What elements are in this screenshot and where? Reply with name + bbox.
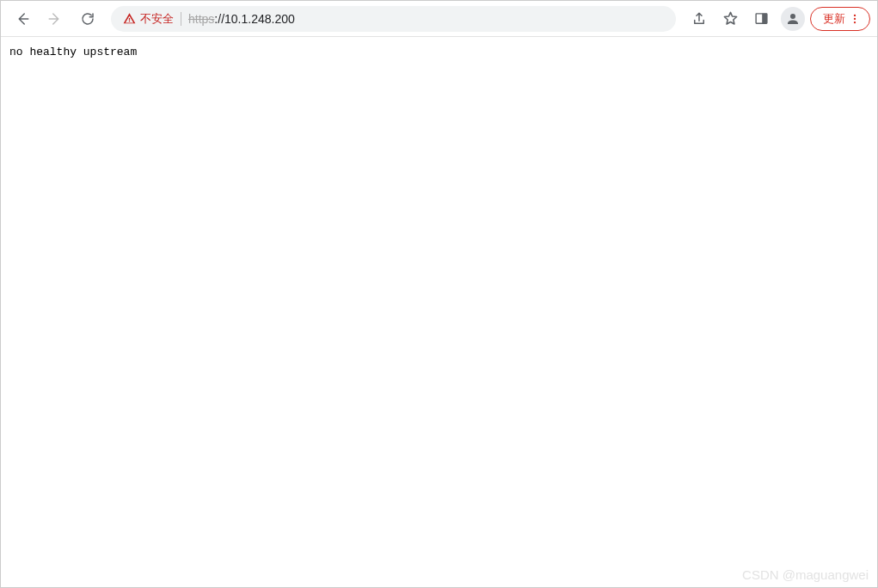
reload-button[interactable] (73, 4, 102, 34)
url-text: https://10.1.248.200 (188, 12, 295, 26)
omnibox-divider (181, 12, 181, 26)
share-icon (691, 11, 707, 27)
toolbar-right: 更新 (685, 4, 870, 34)
security-chip[interactable]: 不安全 (123, 11, 174, 27)
watermark: CSDN @maguangwei (742, 567, 869, 582)
address-bar[interactable]: 不安全 https://10.1.248.200 (111, 6, 676, 32)
share-button[interactable] (685, 4, 714, 34)
browser-toolbar: 不安全 https://10.1.248.200 更新 (1, 1, 877, 37)
svg-point-3 (854, 17, 856, 19)
svg-point-2 (854, 14, 856, 15)
url-protocol: https (188, 12, 214, 26)
update-button[interactable]: 更新 (810, 7, 870, 31)
profile-button[interactable] (781, 7, 805, 31)
svg-rect-1 (762, 14, 767, 23)
page-content: no healthy upstream (1, 37, 877, 67)
reload-icon (80, 11, 95, 27)
error-message: no healthy upstream (9, 46, 137, 58)
star-icon (722, 10, 739, 27)
reading-list-button[interactable] (746, 4, 776, 34)
more-vert-icon (849, 13, 861, 25)
warning-triangle-icon (123, 12, 136, 25)
update-label: 更新 (823, 11, 845, 27)
back-button[interactable] (8, 4, 37, 34)
person-icon (785, 11, 801, 27)
arrow-left-icon (15, 11, 30, 27)
side-panel-icon (754, 11, 769, 26)
arrow-right-icon (47, 11, 63, 27)
security-label: 不安全 (140, 11, 174, 27)
bookmark-button[interactable] (715, 4, 745, 34)
forward-button[interactable] (40, 4, 70, 34)
svg-point-4 (854, 21, 856, 22)
url-rest: ://10.1.248.200 (214, 12, 294, 26)
